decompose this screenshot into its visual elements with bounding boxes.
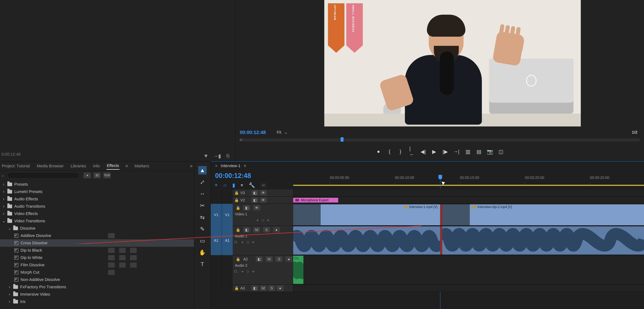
track-header-a1[interactable]: 🔒 ◧ M S ● Audio 1 O. ◂ ◇ ▸ [233,226,293,255]
export-frame-icon[interactable]: ⎘ [225,153,231,159]
add-keyframe-icon[interactable]: ◇ [246,240,249,244]
audio-clip-2[interactable] [442,226,644,254]
panel-menu-icon[interactable]: ≡ [126,164,128,168]
insert-icon[interactable]: →▮ [214,153,220,159]
tab-project[interactable]: Project: Tutorial [2,162,30,170]
play-icon[interactable]: ▶ [431,149,437,154]
rectangle-tool-icon[interactable]: ▭ [198,236,207,245]
tree-iris[interactable]: ›Iris [0,298,194,305]
sync-lock-icon[interactable]: ◧ [243,205,250,210]
tree-video-effects[interactable]: ›Video Effects [0,210,194,217]
sync-lock-icon[interactable]: ◧ [251,190,258,196]
tree-video-transitions[interactable]: ⌄Video Transitions [0,217,194,225]
track-target-a2[interactable] [222,255,233,284]
mute-icon[interactable]: M [260,285,267,291]
source-patch-a3[interactable] [211,284,222,292]
effect-non-additive-dissolve[interactable]: Non-Additive Dissolve [0,276,194,283]
effect-morph-cut[interactable]: Morph Cut [0,269,194,276]
audio-clip-1[interactable] [293,226,440,254]
lock-icon[interactable]: 🔒 [233,286,240,290]
hand-tool-icon[interactable]: ✋ [198,248,207,256]
source-patch-v3[interactable] [211,189,222,196]
filter-icon[interactable]: ▼ [203,153,209,159]
add-keyframe-icon[interactable]: ◇ [246,269,249,274]
go-to-out-icon[interactable]: →| [453,149,459,154]
lock-icon[interactable]: 🔒 [234,257,242,261]
mute-icon[interactable]: M [266,256,272,262]
prev-keyframe-icon[interactable]: ◂ [256,218,258,222]
sequence-name[interactable]: Interview-1 [221,164,240,168]
mute-icon[interactable]: M [253,227,260,232]
sync-lock-icon[interactable]: ◧ [243,227,250,232]
insert-overwrite-icon[interactable]: ▾ [240,182,243,188]
sequence-menu-icon[interactable]: ≡ [244,164,246,168]
mark-out-icon[interactable]: } [398,149,404,154]
track-target-v2[interactable] [222,196,233,204]
voiceover-icon[interactable]: ● [286,256,292,262]
clip-title[interactable]: Microphone Expert [293,198,338,202]
linked-selection-icon[interactable]: ∩ [223,182,227,188]
clip-interview-2[interactable]: Interview-clip-2.mp4 [V] [442,204,644,225]
program-playhead-icon[interactable] [340,137,344,142]
accelerated-filter-icon[interactable]: ✶ [84,172,91,178]
slip-tool-icon[interactable]: ⇆ [198,213,207,222]
source-patch-a2[interactable] [211,255,222,284]
extract-icon[interactable]: ▤ [476,149,482,154]
track-target-v3[interactable] [222,189,233,196]
sync-lock-icon[interactable]: ◧ [251,285,258,291]
solo-icon[interactable]: S [263,227,270,232]
toggle-output-icon[interactable]: 👁 [260,198,267,203]
effects-search-input[interactable] [7,172,79,178]
lift-icon[interactable]: ▥ [465,149,471,154]
tab-markers[interactable]: Markers [134,162,149,170]
effect-dip-to-black[interactable]: Dip to Black [0,247,194,254]
comparison-view-icon[interactable]: ◫ [498,149,504,154]
tab-media-browser[interactable]: Media Browser [36,162,64,170]
time-ruler[interactable]: 00:00:05:00 00:00:10:00 00:00:15:00 00:0… [293,176,644,186]
effect-cross-dissolve[interactable]: Cross Dissolve [0,239,194,247]
selection-tool-icon[interactable]: ▲ [198,166,207,174]
captions-icon[interactable]: cc [260,183,266,188]
tree-fxfactory[interactable]: ›FxFactory Pro Transitions [0,283,194,291]
track-target-a1[interactable]: A1 [222,226,233,255]
close-sequence-icon[interactable]: × [215,164,218,168]
effect-film-dissolve[interactable]: Film Dissolve [0,261,194,269]
source-patch-v1[interactable]: V1 [211,204,222,226]
track-header-v2[interactable]: 🔒 V2 ◧ 👁 [233,196,293,204]
lock-icon[interactable]: 🔒 [233,198,240,202]
track-select-tool-icon[interactable]: ⤢ [198,178,207,186]
tab-info[interactable]: Info [93,162,100,170]
32bit-filter-icon[interactable]: 32 [94,172,101,178]
step-forward-icon[interactable]: |▶ [442,149,448,154]
effect-additive-dissolve[interactable]: Additive Dissolve [0,232,194,239]
tree-audio-effects[interactable]: ›Audio Effects [0,195,194,203]
snap-icon[interactable]: ⌖ [215,182,218,188]
voiceover-icon[interactable]: ● [273,227,280,232]
next-keyframe-icon[interactable]: ▸ [252,269,254,274]
add-keyframe-icon[interactable]: ◇ [262,218,264,222]
zoom-select[interactable]: Fit ⌄ [277,130,288,135]
ripple-edit-tool-icon[interactable]: ↔ [198,190,207,198]
tree-lumetri[interactable]: ›Lumetri Presets [0,188,194,195]
effect-dip-to-white[interactable]: Dip to White [0,254,194,261]
source-patch-a1[interactable]: A1 [211,226,222,255]
sync-lock-icon[interactable]: ◧ [256,256,263,262]
playhead-grip-icon[interactable] [438,175,442,179]
track-header-a3[interactable]: 🔒 A3 ◧ M S ● [233,284,293,292]
lock-icon[interactable]: 🔒 [233,190,240,195]
scrub-start-icon[interactable] [240,139,242,141]
tree-presets[interactable]: ›Presets [0,181,194,188]
program-timecode[interactable]: 00:00:12:48 [240,130,266,135]
pen-tool-icon[interactable]: ✎ [198,225,207,233]
razor-tool-icon[interactable]: ✂ [198,201,207,210]
audio-transition[interactable] [440,226,442,254]
sync-lock-icon[interactable]: ◧ [251,198,258,203]
tab-effects[interactable]: Effects [106,162,120,170]
solo-icon[interactable]: S [276,256,282,262]
settings-icon[interactable]: 🔧 [248,182,255,188]
yuv-filter-icon[interactable]: YUV [103,172,111,178]
lock-icon[interactable]: 🔒 [234,228,242,232]
music-clip[interactable]: Co [293,256,304,284]
clip-interview-1[interactable]: Interview-1.mp4 [V] [293,204,440,225]
source-patch-v2[interactable] [211,196,222,204]
